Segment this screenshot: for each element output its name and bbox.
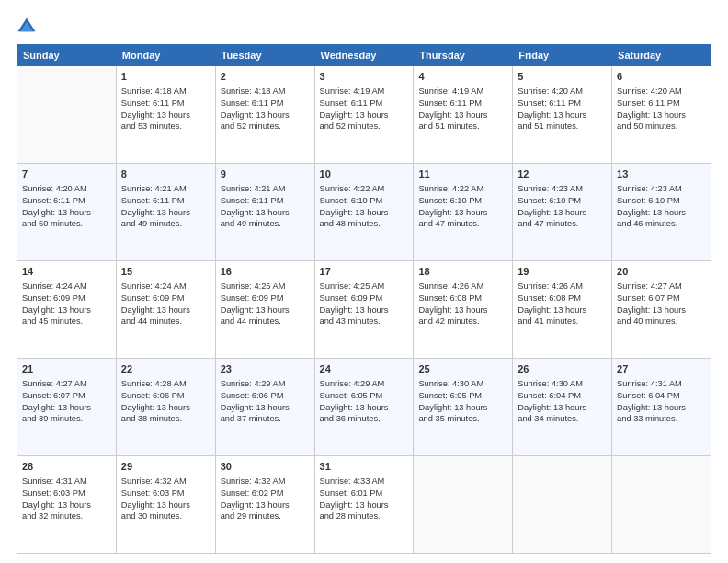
calendar-day-cell: 31Sunrise: 4:33 AM Sunset: 6:01 PM Dayli… — [314, 456, 414, 554]
day-info: Sunrise: 4:27 AM Sunset: 6:07 PM Dayligh… — [22, 378, 111, 425]
day-info: Sunrise: 4:20 AM Sunset: 6:11 PM Dayligh… — [22, 183, 111, 230]
calendar-day-cell: 9Sunrise: 4:21 AM Sunset: 6:11 PM Daylig… — [215, 164, 314, 261]
calendar-week-row: 21Sunrise: 4:27 AM Sunset: 6:07 PM Dayli… — [17, 359, 711, 456]
day-info: Sunrise: 4:18 AM Sunset: 6:11 PM Dayligh… — [221, 86, 310, 132]
day-info: Sunrise: 4:27 AM Sunset: 6:07 PM Dayligh… — [617, 281, 706, 327]
calendar-day-cell: 23Sunrise: 4:29 AM Sunset: 6:06 PM Dayli… — [215, 359, 314, 456]
logo — [17, 17, 40, 37]
day-number: 2 — [221, 70, 310, 84]
calendar-day-cell: 28Sunrise: 4:31 AM Sunset: 6:03 PM Dayli… — [17, 456, 117, 554]
day-number: 3 — [320, 70, 409, 84]
day-info: Sunrise: 4:21 AM Sunset: 6:11 PM Dayligh… — [221, 183, 310, 230]
calendar-day-cell — [414, 456, 513, 554]
day-number: 5 — [518, 70, 607, 84]
calendar-day-cell: 6Sunrise: 4:20 AM Sunset: 6:11 PM Daylig… — [612, 66, 711, 164]
day-number: 1 — [121, 70, 210, 84]
day-number: 14 — [22, 265, 111, 279]
calendar-day-cell: 1Sunrise: 4:18 AM Sunset: 6:11 PM Daylig… — [116, 66, 215, 164]
day-info: Sunrise: 4:23 AM Sunset: 6:10 PM Dayligh… — [518, 183, 607, 230]
day-number: 17 — [320, 265, 409, 279]
weekday-header: Monday — [116, 45, 215, 66]
day-info: Sunrise: 4:18 AM Sunset: 6:11 PM Dayligh… — [121, 86, 210, 132]
day-number: 6 — [617, 70, 706, 84]
calendar-header-row: SundayMondayTuesdayWednesdayThursdayFrid… — [17, 45, 711, 66]
calendar-day-cell: 4Sunrise: 4:19 AM Sunset: 6:11 PM Daylig… — [414, 66, 513, 164]
calendar-day-cell: 16Sunrise: 4:25 AM Sunset: 6:09 PM Dayli… — [215, 261, 314, 359]
calendar-week-row: 7Sunrise: 4:20 AM Sunset: 6:11 PM Daylig… — [17, 164, 711, 261]
day-number: 27 — [617, 362, 706, 376]
calendar-day-cell: 8Sunrise: 4:21 AM Sunset: 6:11 PM Daylig… — [116, 164, 215, 261]
day-info: Sunrise: 4:32 AM Sunset: 6:02 PM Dayligh… — [221, 476, 310, 523]
day-info: Sunrise: 4:20 AM Sunset: 6:11 PM Dayligh… — [518, 86, 607, 132]
day-number: 26 — [518, 362, 607, 376]
calendar-day-cell: 29Sunrise: 4:32 AM Sunset: 6:03 PM Dayli… — [116, 456, 215, 554]
calendar-day-cell: 11Sunrise: 4:22 AM Sunset: 6:10 PM Dayli… — [414, 164, 513, 261]
day-info: Sunrise: 4:29 AM Sunset: 6:06 PM Dayligh… — [221, 378, 310, 425]
day-number: 30 — [221, 460, 310, 474]
day-info: Sunrise: 4:25 AM Sunset: 6:09 PM Dayligh… — [320, 281, 409, 327]
day-number: 31 — [320, 460, 409, 474]
day-info: Sunrise: 4:31 AM Sunset: 6:03 PM Dayligh… — [22, 476, 111, 523]
calendar-day-cell: 20Sunrise: 4:27 AM Sunset: 6:07 PM Dayli… — [612, 261, 711, 359]
day-number: 11 — [418, 167, 507, 181]
day-info: Sunrise: 4:31 AM Sunset: 6:04 PM Dayligh… — [617, 378, 706, 425]
day-info: Sunrise: 4:24 AM Sunset: 6:09 PM Dayligh… — [121, 281, 210, 327]
calendar-day-cell: 19Sunrise: 4:26 AM Sunset: 6:08 PM Dayli… — [513, 261, 612, 359]
header — [17, 17, 711, 37]
calendar-day-cell: 18Sunrise: 4:26 AM Sunset: 6:08 PM Dayli… — [414, 261, 513, 359]
calendar-table: SundayMondayTuesdayWednesdayThursdayFrid… — [17, 44, 711, 554]
day-number: 18 — [418, 265, 507, 279]
logo-icon — [17, 17, 37, 37]
day-info: Sunrise: 4:30 AM Sunset: 6:05 PM Dayligh… — [418, 378, 507, 425]
day-info: Sunrise: 4:22 AM Sunset: 6:10 PM Dayligh… — [418, 183, 507, 230]
calendar-day-cell — [17, 66, 117, 164]
day-number: 10 — [320, 167, 409, 181]
day-number: 21 — [22, 362, 111, 376]
day-number: 15 — [121, 265, 210, 279]
day-info: Sunrise: 4:33 AM Sunset: 6:01 PM Dayligh… — [320, 476, 409, 523]
calendar-week-row: 28Sunrise: 4:31 AM Sunset: 6:03 PM Dayli… — [17, 456, 711, 554]
day-info: Sunrise: 4:29 AM Sunset: 6:05 PM Dayligh… — [320, 378, 409, 425]
day-info: Sunrise: 4:30 AM Sunset: 6:04 PM Dayligh… — [518, 378, 607, 425]
calendar-day-cell: 25Sunrise: 4:30 AM Sunset: 6:05 PM Dayli… — [414, 359, 513, 456]
day-number: 23 — [221, 362, 310, 376]
calendar-week-row: 14Sunrise: 4:24 AM Sunset: 6:09 PM Dayli… — [17, 261, 711, 359]
calendar-day-cell — [612, 456, 711, 554]
day-info: Sunrise: 4:21 AM Sunset: 6:11 PM Dayligh… — [121, 183, 210, 230]
calendar-day-cell: 7Sunrise: 4:20 AM Sunset: 6:11 PM Daylig… — [17, 164, 117, 261]
day-info: Sunrise: 4:24 AM Sunset: 6:09 PM Dayligh… — [22, 281, 111, 327]
day-number: 25 — [418, 362, 507, 376]
calendar-day-cell: 30Sunrise: 4:32 AM Sunset: 6:02 PM Dayli… — [215, 456, 314, 554]
weekday-header: Thursday — [414, 45, 513, 66]
day-number: 4 — [418, 70, 507, 84]
day-number: 16 — [221, 265, 310, 279]
calendar-day-cell: 17Sunrise: 4:25 AM Sunset: 6:09 PM Dayli… — [314, 261, 414, 359]
calendar-day-cell: 13Sunrise: 4:23 AM Sunset: 6:10 PM Dayli… — [612, 164, 711, 261]
day-number: 8 — [121, 167, 210, 181]
weekday-header: Tuesday — [215, 45, 314, 66]
day-number: 24 — [320, 362, 409, 376]
day-number: 28 — [22, 460, 111, 474]
day-number: 29 — [121, 460, 210, 474]
weekday-header: Friday — [513, 45, 612, 66]
day-info: Sunrise: 4:32 AM Sunset: 6:03 PM Dayligh… — [121, 476, 210, 523]
calendar-day-cell: 22Sunrise: 4:28 AM Sunset: 6:06 PM Dayli… — [116, 359, 215, 456]
calendar-day-cell: 3Sunrise: 4:19 AM Sunset: 6:11 PM Daylig… — [314, 66, 414, 164]
day-info: Sunrise: 4:19 AM Sunset: 6:11 PM Dayligh… — [418, 86, 507, 132]
calendar-day-cell: 14Sunrise: 4:24 AM Sunset: 6:09 PM Dayli… — [17, 261, 117, 359]
day-info: Sunrise: 4:23 AM Sunset: 6:10 PM Dayligh… — [617, 183, 706, 230]
calendar-week-row: 1Sunrise: 4:18 AM Sunset: 6:11 PM Daylig… — [17, 66, 711, 164]
weekday-header: Sunday — [17, 45, 117, 66]
day-number: 13 — [617, 167, 706, 181]
day-info: Sunrise: 4:28 AM Sunset: 6:06 PM Dayligh… — [121, 378, 210, 425]
day-info: Sunrise: 4:20 AM Sunset: 6:11 PM Dayligh… — [617, 86, 706, 132]
day-number: 9 — [221, 167, 310, 181]
calendar-day-cell: 26Sunrise: 4:30 AM Sunset: 6:04 PM Dayli… — [513, 359, 612, 456]
day-number: 19 — [518, 265, 607, 279]
day-info: Sunrise: 4:26 AM Sunset: 6:08 PM Dayligh… — [518, 281, 607, 327]
weekday-header: Saturday — [612, 45, 711, 66]
page: SundayMondayTuesdayWednesdayThursdayFrid… — [0, 0, 728, 563]
day-info: Sunrise: 4:25 AM Sunset: 6:09 PM Dayligh… — [221, 281, 310, 327]
day-number: 20 — [617, 265, 706, 279]
day-info: Sunrise: 4:22 AM Sunset: 6:10 PM Dayligh… — [320, 183, 409, 230]
